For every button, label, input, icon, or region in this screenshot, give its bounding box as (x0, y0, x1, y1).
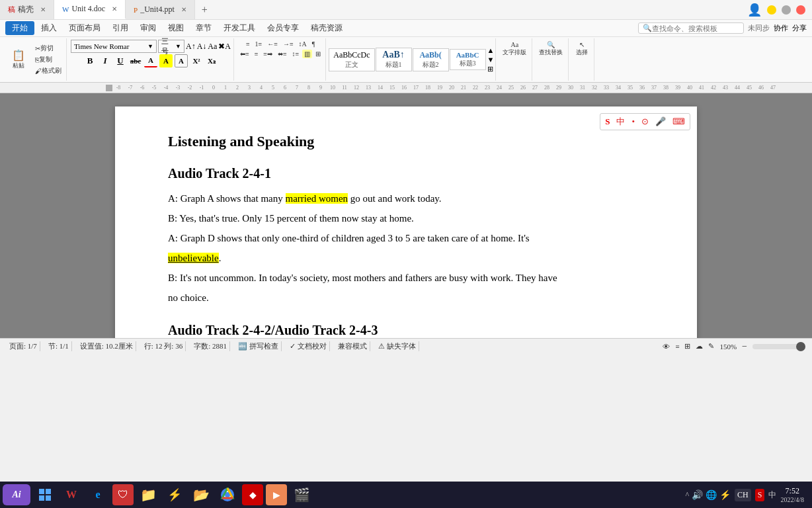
font-name-box[interactable]: Times New Romar ▼ (71, 40, 157, 53)
input-lang-ch[interactable]: CH (735, 489, 751, 501)
styles-expand[interactable]: ⊞ (487, 65, 495, 73)
taskbar-browser[interactable]: e (86, 483, 110, 507)
menu-resources[interactable]: 稿壳资源 (305, 21, 348, 35)
taskbar-edge[interactable]: ⚡ (163, 483, 186, 507)
sound-icon[interactable]: 🔊 (692, 489, 703, 501)
taskbar-chrome[interactable] (216, 483, 239, 507)
taskbar-video[interactable]: 🎬 (290, 483, 313, 507)
taskbar-folder[interactable]: 📁 (136, 483, 160, 507)
tab-wps-close[interactable]: ✕ (40, 6, 46, 13)
document-page[interactable]: S 中 • ⊙ 🎤 ⌨ Listening and Speaking Audio… (115, 106, 697, 338)
clear-format-icon[interactable]: ✖A (218, 42, 231, 52)
battery-icon[interactable]: ⚡ (719, 489, 731, 501)
paste-button[interactable]: 📋 粘贴 (5, 48, 32, 71)
keyboard-icon[interactable]: ⌨ (670, 116, 687, 128)
close-window-button[interactable] (796, 5, 805, 15)
maximize-button[interactable] (782, 5, 791, 15)
input-icon[interactable]: 中 (614, 115, 627, 128)
text-tools-button[interactable]: Aa 文字排版 (500, 40, 529, 58)
missing-font-info[interactable]: ⚠ 缺失字体 (376, 341, 419, 351)
share-label[interactable]: 分享 (792, 23, 807, 33)
view-cloud-icon[interactable]: ☁ (696, 342, 703, 351)
punctuation-icon[interactable]: • (629, 116, 637, 128)
collab-label[interactable]: 协作 (774, 23, 788, 33)
mic-icon[interactable]: 🎤 (653, 116, 668, 128)
sync-label[interactable]: 未同步 (748, 23, 770, 33)
view-grid-icon[interactable]: ⊞ (684, 342, 690, 351)
new-tab-button[interactable]: + (195, 0, 214, 19)
align-right-button[interactable]: ≡➡ (261, 50, 274, 58)
highlight-button[interactable]: A (159, 54, 173, 67)
align-center-button[interactable]: ≡ (253, 50, 261, 58)
menu-start[interactable]: 开始 (5, 21, 34, 35)
view-outline-icon[interactable]: ≡ (675, 343, 679, 351)
para-mark-button[interactable]: ¶ (310, 40, 317, 48)
line-spacing-button[interactable]: ↕≡ (290, 50, 302, 58)
user-avatar[interactable]: 👤 (747, 3, 762, 17)
bullets-button[interactable]: ≡ (244, 40, 252, 48)
menu-member[interactable]: 会员专享 (262, 21, 304, 35)
zoom-out-icon[interactable]: − (742, 341, 747, 352)
tab-doc-close[interactable]: ✕ (112, 5, 117, 13)
styles-scroll-up[interactable]: ▲ (487, 46, 495, 54)
superscript-button[interactable]: X² (190, 54, 203, 67)
doc-area[interactable]: S 中 • ⊙ 🎤 ⌨ Listening and Speaking Audio… (0, 93, 812, 338)
font-name-dropdown-icon[interactable]: ▼ (147, 43, 153, 50)
font-increase-icon[interactable]: A↑ (186, 42, 196, 52)
taskbar-orange-app[interactable]: ▶ (266, 484, 287, 505)
sogou-tray-icon[interactable]: S (755, 489, 765, 501)
shading-button[interactable]: ▥ (302, 50, 312, 58)
font-decrease-icon[interactable]: A↓ (197, 42, 207, 52)
tab-unit4ppt[interactable]: P _Unit4.ppt ✕ (126, 0, 195, 19)
tray-expand-icon[interactable]: ^ (685, 490, 689, 500)
view-edit-icon[interactable]: ✎ (708, 342, 714, 351)
select-button[interactable]: ↖ 选择 (573, 40, 591, 58)
ruler-indent-left[interactable] (106, 85, 112, 91)
font-color-button[interactable]: A (144, 54, 157, 67)
doc-check-info[interactable]: ✓ 文档校对 (287, 341, 330, 351)
tab-ppt-close[interactable]: ✕ (181, 6, 186, 13)
spell-check-info[interactable]: 🔤 拼写检查 (235, 341, 282, 351)
copy-button[interactable]: ⎘ 复制 (33, 54, 63, 65)
sogou-icon[interactable]: S (603, 116, 612, 128)
menu-page-layout[interactable]: 页面布局 (63, 21, 106, 35)
menu-section[interactable]: 章节 (190, 21, 217, 35)
globe-icon[interactable]: ⊙ (639, 116, 651, 128)
network-icon[interactable]: 🌐 (706, 489, 717, 501)
ime-cn-icon[interactable]: 中 (768, 489, 776, 501)
style-h1[interactable]: AaB↑ 标题1 (376, 48, 412, 71)
justify-button[interactable]: ⬌≡ (276, 50, 289, 58)
subscript-button[interactable]: X₂ (205, 54, 218, 67)
cut-button[interactable]: ✂ 剪切 (33, 43, 63, 54)
tab-wps[interactable]: 稿 稿壳 ✕ (0, 0, 54, 19)
menu-devtools[interactable]: 开发工具 (218, 21, 261, 35)
menu-review[interactable]: 审阅 (135, 21, 161, 35)
zoom-slider[interactable] (752, 344, 805, 349)
menu-references[interactable]: 引用 (107, 21, 134, 35)
tab-unit4doc[interactable]: W Unit 4.doc ✕ (54, 0, 126, 19)
char-border-button[interactable]: A (175, 54, 188, 67)
styles-scroll-down[interactable]: ▼ (487, 56, 495, 64)
indent-increase-button[interactable]: →≡ (281, 40, 296, 48)
font-size-dropdown-icon[interactable]: ▼ (175, 43, 181, 50)
taskbar-start[interactable] (33, 483, 57, 507)
taskbar-security[interactable]: 🛡 (112, 484, 134, 505)
find-replace-button[interactable]: 🔍 查找替换 (536, 40, 565, 58)
strikethrough-button[interactable]: abc (129, 54, 142, 67)
menu-insert[interactable]: 插入 (36, 21, 62, 35)
sort-button[interactable]: ↕A (297, 40, 309, 48)
taskbar-red-app[interactable]: ◆ (242, 484, 263, 505)
view-normal-icon[interactable]: 👁 (663, 343, 670, 351)
minimize-button[interactable] (767, 5, 776, 15)
style-normal[interactable]: AaBbCcDc 正文 (329, 48, 374, 71)
align-left-button[interactable]: ⬅≡ (238, 50, 251, 58)
bold-button[interactable]: B (83, 54, 97, 67)
numbering-button[interactable]: 1≡ (253, 40, 264, 48)
taskbar-wps[interactable]: W (60, 483, 83, 507)
font-effects-icon[interactable]: Aa (208, 42, 217, 52)
borders-button[interactable]: ⊞ (313, 50, 323, 58)
search-input[interactable] (652, 24, 738, 32)
style-h3[interactable]: AaBbC 标题3 (450, 49, 486, 70)
format-paint-button[interactable]: 🖌 格式刷 (33, 65, 63, 76)
menu-view[interactable]: 视图 (163, 21, 189, 35)
